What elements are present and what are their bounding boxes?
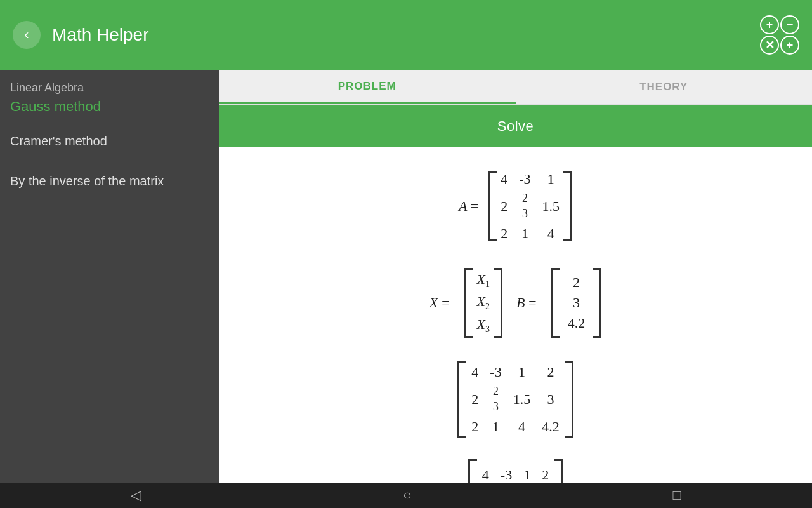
zoom-out-icon[interactable]: −	[780, 15, 799, 34]
main-layout: Linear Algebra Gauss method Cramer's met…	[0, 70, 812, 483]
augmented-matrix-2-section: 4 -3 1 2	[244, 459, 787, 483]
vector-x-wrapper: X1 X2 X3	[464, 266, 502, 340]
vector-b-label: B =	[516, 295, 537, 311]
nav-back-icon[interactable]: ◁	[131, 487, 141, 504]
augmented-matrix-2-wrapper: 4 -3 1 2	[468, 459, 563, 483]
app-title: Math Helper	[52, 25, 149, 45]
augmented-matrix-1-section: 4 -3 1 2 2 23 1.5 3 2 1 4 4.2	[244, 359, 787, 440]
solve-button[interactable]: Solve	[219, 105, 812, 147]
sidebar-item-inverse[interactable]: By the inverse of the matrix	[10, 174, 209, 189]
close-icon[interactable]: ✕	[760, 36, 779, 55]
sidebar-category: Linear Algebra	[10, 81, 209, 95]
back-button[interactable]: ‹	[13, 21, 41, 49]
matrix-a-label: A =	[459, 198, 479, 215]
vector-b-grid: 2 3 4.2	[560, 269, 593, 337]
matrix-a-section: A = 4 -3 1 2 23 1.5 2 1	[244, 166, 787, 247]
nav-recents-icon[interactable]: □	[673, 487, 681, 504]
math-content: A = 4 -3 1 2 23 1.5 2 1	[219, 147, 812, 483]
tabs: PROBLEM THEORY	[219, 70, 812, 105]
top-bar: ‹ Math Helper + − ✕ +	[0, 0, 812, 70]
tab-problem[interactable]: PROBLEM	[219, 70, 516, 104]
add-icon[interactable]: +	[780, 36, 799, 55]
zoom-icons: + − ✕ +	[760, 15, 799, 55]
augmented-matrix-1-wrapper: 4 -3 1 2 2 23 1.5 3 2 1 4 4.2	[457, 359, 573, 440]
augmented-matrix-1-grid: 4 -3 1 2 2 23 1.5 3 2 1 4 4.2	[466, 359, 564, 440]
vector-b-wrapper: 2 3 4.2	[551, 268, 602, 338]
sidebar: Linear Algebra Gauss method Cramer's met…	[0, 70, 219, 483]
matrix-a-expr: A = 4 -3 1 2 23 1.5 2 1	[459, 166, 572, 247]
augmented-matrix-2-expr: 4 -3 1 2	[468, 459, 563, 483]
sidebar-active-item[interactable]: Gauss method	[10, 98, 209, 115]
vectors-section: X = X1 X2 X3	[244, 266, 787, 340]
augmented-matrix-2-grid: 4 -3 1 2	[477, 462, 554, 483]
tab-theory[interactable]: THEORY	[516, 70, 813, 104]
matrix-a-grid: 4 -3 1 2 23 1.5 2 1 4	[497, 166, 563, 247]
sidebar-item-cramers[interactable]: Cramer's method	[10, 134, 209, 149]
vector-x-label: X =	[429, 295, 450, 311]
zoom-in-icon[interactable]: +	[760, 15, 779, 34]
bottom-bar: ◁ ○ □	[0, 483, 812, 508]
vector-x-grid: X1 X2 X3	[473, 266, 494, 340]
content-area: PROBLEM THEORY Solve A = 4	[219, 70, 812, 483]
matrix-a-wrapper: 4 -3 1 2 23 1.5 2 1 4	[488, 166, 572, 247]
nav-home-icon[interactable]: ○	[403, 487, 411, 504]
vectors-expr: X = X1 X2 X3	[429, 266, 601, 340]
augmented-matrix-1-expr: 4 -3 1 2 2 23 1.5 3 2 1 4 4.2	[457, 359, 573, 440]
